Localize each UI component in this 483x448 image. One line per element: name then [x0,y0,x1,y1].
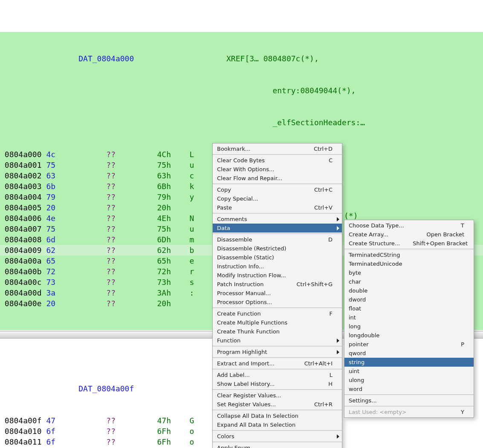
menu-item-create-array[interactable]: Create Array...Open Bracket [344,230,474,239]
menu-item-label: Clear Flow and Repair... [217,175,282,181]
menu-item-label: Add Label... [217,372,250,378]
menu-item-instruction-info[interactable]: Instruction Info... [213,262,342,271]
menu-item-label: int [349,315,356,320]
menu-item-set-register-values[interactable]: Set Register Values...Ctrl+R [213,400,342,409]
menu-item-label: Create Array... [349,232,388,237]
value-hex: 4Ch [157,150,171,159]
menu-item-shortcut: C [329,158,333,163]
menu-item-long[interactable]: long [344,322,474,331]
address: 0804a002 [5,171,42,180]
menu-item-choose-data-type[interactable]: Choose Data Type...T [344,221,474,230]
menu-item-clear-flow-and-repair[interactable]: Clear Flow and Repair... [213,174,342,183]
data-submenu[interactable]: Choose Data Type...TCreate Array...Open … [344,220,474,418]
address: 0804a00b [5,267,42,276]
menu-item-shortcut: F [330,311,333,316]
menu-item-copy[interactable]: CopyCtrl+C [213,185,342,194]
hex-byte: 62 [46,246,55,255]
menu-item-program-highlight[interactable]: Program Highlight [213,347,342,356]
menu-item-longdouble[interactable]: longdouble [344,331,474,340]
type-placeholder: ?? [106,299,116,308]
menu-item-extract-and-import[interactable]: Extract and Import...Ctrl+Alt+I [213,359,342,368]
menu-item-float[interactable]: float [344,304,474,313]
menu-item-byte[interactable]: byte [344,268,474,277]
xref-line: 0804807c(*), [263,54,319,63]
value-char: L [189,150,194,159]
menu-item-clear-with-options[interactable]: Clear With Options... [213,165,342,174]
menu-item-int[interactable]: int [344,313,474,322]
type-placeholder: ?? [106,171,116,180]
menu-item-paste[interactable]: PasteCtrl+V [213,203,342,212]
menu-item-disassemble-static[interactable]: Disassemble (Static) [213,253,342,262]
value-char: k [189,182,194,191]
menu-item-label: byte [349,270,361,276]
menu-item-label: Modify Instruction Flow... [217,273,286,278]
menu-item-label: Choose Data Type... [349,223,404,228]
menu-item-word[interactable]: word [344,385,474,393]
address: 0804a003 [5,182,42,191]
menu-item-char[interactable]: char [344,277,474,286]
menu-item-label: float [349,306,361,311]
menu-item-label: Copy Special... [217,196,258,201]
menu-item-string[interactable]: string [344,358,474,367]
menu-item-disassemble-restricted[interactable]: Disassemble (Restricted) [213,244,342,253]
menu-item-label: Apply Enum... [217,445,256,448]
value-hex: 75h [157,224,171,233]
type-placeholder: ?? [106,416,116,425]
menu-item-terminatedunicode[interactable]: TerminatedUnicode [344,259,474,268]
address: 0804a007 [5,224,42,233]
menu-item-data[interactable]: Data [213,224,342,233]
type-placeholder: ?? [106,150,116,159]
xref-line: entry:08049044(*), [272,86,356,95]
menu-item-copy-special[interactable]: Copy Special... [213,194,342,203]
menu-item-add-label[interactable]: Add Label...L [213,370,342,379]
menu-item-label: Colors [217,434,234,439]
menu-item-expand-all-data-in-selection[interactable]: Expand All Data In Selection [213,420,342,429]
value-char: N [189,214,194,223]
menu-item-colors[interactable]: Colors [213,432,342,441]
value-char: m [189,235,194,244]
menu-item-qword[interactable]: qword [344,349,474,358]
menu-item-show-label-history[interactable]: Show Label History...H [213,379,342,388]
menu-item-processor-manual[interactable]: Processor Manual... [213,289,342,298]
menu-item-clear-code-bytes[interactable]: Clear Code BytesC [213,156,342,165]
menu-item-double[interactable]: double [344,286,474,295]
address: 0804a008 [5,235,42,244]
menu-item-function[interactable]: Function [213,336,342,345]
value-char: : [189,288,194,297]
xref-header: XREF[3… [226,54,259,63]
menu-item-label: Comments [217,216,247,222]
menu-item-ulong[interactable]: ulong [344,376,474,385]
menu-item-terminatedcstring[interactable]: TerminatedCString [344,250,474,259]
menu-item-clear-register-values[interactable]: Clear Register Values... [213,391,342,400]
menu-item-comments[interactable]: Comments [213,215,342,224]
type-placeholder: ?? [106,256,116,265]
menu-item-modify-instruction-flow[interactable]: Modify Instruction Flow... [213,271,342,280]
value-char: u [189,161,194,169]
value-hex: 20h [157,299,171,308]
value-char: b [189,246,194,255]
hex-byte: 20 [46,203,55,212]
menu-item-collapse-all-data-in-selection[interactable]: Collapse All Data In Selection [213,411,342,420]
menu-item-create-multiple-functions[interactable]: Create Multiple Functions [213,318,342,327]
hex-byte: 4c [46,150,55,159]
value-hex: 6Fh [157,437,171,446]
menu-item-create-structure[interactable]: Create Structure...Shift+Open Bracket [344,239,474,248]
menu-item-label: Create Thunk Function [217,329,280,334]
menu-item-processor-options[interactable]: Processor Options... [213,298,342,307]
menu-item-bookmark[interactable]: Bookmark...Ctrl+D [213,144,342,153]
menu-item-create-function[interactable]: Create FunctionF [213,309,342,318]
menu-item-pointer[interactable]: pointerP [344,340,474,349]
menu-item-apply-enum[interactable]: Apply Enum... [213,443,342,448]
context-menu[interactable]: Bookmark...Ctrl+DClear Code BytesCClear … [212,143,342,448]
menu-item-patch-instruction[interactable]: Patch InstructionCtrl+Shift+G [213,280,342,289]
menu-item-uint[interactable]: uint [344,367,474,376]
menu-item-label: Processor Manual... [217,290,271,296]
menu-item-label: Create Multiple Functions [217,320,287,325]
type-placeholder: ?? [106,427,116,436]
menu-item-create-thunk-function[interactable]: Create Thunk Function [213,327,342,336]
menu-item-settings[interactable]: Settings... [344,396,474,405]
value-char: s [189,278,194,287]
menu-item-dword[interactable]: dword [344,295,474,304]
menu-item-label: Disassemble [217,237,252,242]
menu-item-disassemble[interactable]: DisassembleD [213,235,342,244]
